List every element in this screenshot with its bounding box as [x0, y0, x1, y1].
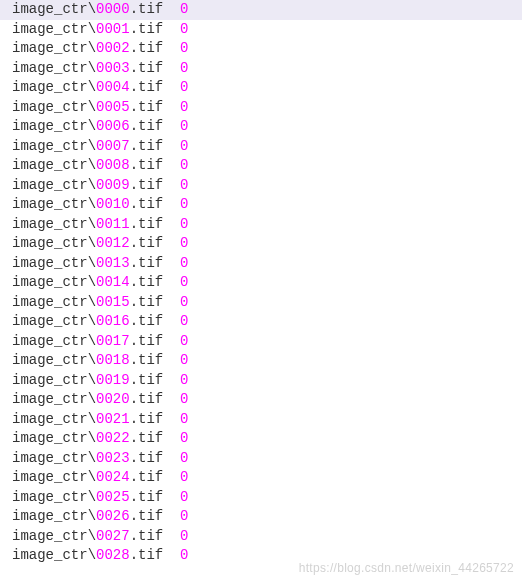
text-line[interactable]: image_ctr\0011.tif 0 [0, 215, 522, 235]
text-line[interactable]: image_ctr\0015.tif 0 [0, 293, 522, 313]
file-number: 0004 [96, 79, 130, 95]
file-number: 0023 [96, 450, 130, 466]
file-extension: .tif [130, 528, 164, 544]
class-label: 0 [180, 196, 188, 212]
text-line[interactable]: image_ctr\0009.tif 0 [0, 176, 522, 196]
text-line[interactable]: image_ctr\0016.tif 0 [0, 312, 522, 332]
file-extension: .tif [130, 313, 164, 329]
path-separator: \ [88, 313, 96, 329]
text-line[interactable]: image_ctr\0003.tif 0 [0, 59, 522, 79]
line-prefix: image_ctr [12, 469, 88, 485]
text-line[interactable]: image_ctr\0017.tif 0 [0, 332, 522, 352]
spacer [163, 411, 180, 427]
class-label: 0 [180, 391, 188, 407]
file-number: 0018 [96, 352, 130, 368]
path-separator: \ [88, 235, 96, 251]
line-prefix: image_ctr [12, 547, 88, 563]
line-prefix: image_ctr [12, 118, 88, 134]
file-extension: .tif [130, 489, 164, 505]
file-number: 0001 [96, 21, 130, 37]
class-label: 0 [180, 1, 188, 17]
file-extension: .tif [130, 274, 164, 290]
class-label: 0 [180, 333, 188, 349]
class-label: 0 [180, 177, 188, 193]
text-line[interactable]: image_ctr\0002.tif 0 [0, 39, 522, 59]
text-line[interactable]: image_ctr\0019.tif 0 [0, 371, 522, 391]
file-extension: .tif [130, 40, 164, 56]
file-extension: .tif [130, 118, 164, 134]
text-line[interactable]: image_ctr\0007.tif 0 [0, 137, 522, 157]
text-line[interactable]: image_ctr\0004.tif 0 [0, 78, 522, 98]
path-separator: \ [88, 60, 96, 76]
file-number: 0017 [96, 333, 130, 349]
path-separator: \ [88, 333, 96, 349]
file-extension: .tif [130, 391, 164, 407]
file-number: 0000 [96, 1, 130, 17]
path-separator: \ [88, 391, 96, 407]
file-number: 0008 [96, 157, 130, 173]
text-line[interactable]: image_ctr\0022.tif 0 [0, 429, 522, 449]
spacer [163, 118, 180, 134]
path-separator: \ [88, 450, 96, 466]
file-number: 0015 [96, 294, 130, 310]
text-line[interactable]: image_ctr\0018.tif 0 [0, 351, 522, 371]
file-extension: .tif [130, 216, 164, 232]
spacer [163, 40, 180, 56]
class-label: 0 [180, 352, 188, 368]
text-line[interactable]: image_ctr\0027.tif 0 [0, 527, 522, 547]
text-line[interactable]: image_ctr\0010.tif 0 [0, 195, 522, 215]
text-line[interactable]: image_ctr\0023.tif 0 [0, 449, 522, 469]
file-extension: .tif [130, 255, 164, 271]
spacer [163, 274, 180, 290]
file-number: 0014 [96, 274, 130, 290]
text-line[interactable]: image_ctr\0020.tif 0 [0, 390, 522, 410]
path-separator: \ [88, 177, 96, 193]
file-number: 0007 [96, 138, 130, 154]
line-prefix: image_ctr [12, 352, 88, 368]
path-separator: \ [88, 489, 96, 505]
text-line[interactable]: image_ctr\0006.tif 0 [0, 117, 522, 137]
text-line[interactable]: image_ctr\0024.tif 0 [0, 468, 522, 488]
line-prefix: image_ctr [12, 372, 88, 388]
file-number: 0021 [96, 411, 130, 427]
text-line[interactable]: image_ctr\0013.tif 0 [0, 254, 522, 274]
file-number: 0026 [96, 508, 130, 524]
line-prefix: image_ctr [12, 294, 88, 310]
text-line[interactable]: image_ctr\0014.tif 0 [0, 273, 522, 293]
text-line[interactable]: image_ctr\0005.tif 0 [0, 98, 522, 118]
file-extension: .tif [130, 177, 164, 193]
text-line[interactable]: image_ctr\0001.tif 0 [0, 20, 522, 40]
line-prefix: image_ctr [12, 235, 88, 251]
spacer [163, 430, 180, 446]
file-number: 0010 [96, 196, 130, 212]
line-prefix: image_ctr [12, 99, 88, 115]
text-line[interactable]: image_ctr\0025.tif 0 [0, 488, 522, 508]
line-prefix: image_ctr [12, 60, 88, 76]
path-separator: \ [88, 1, 96, 17]
file-number: 0019 [96, 372, 130, 388]
spacer [163, 313, 180, 329]
text-line[interactable]: image_ctr\0021.tif 0 [0, 410, 522, 430]
line-prefix: image_ctr [12, 79, 88, 95]
path-separator: \ [88, 157, 96, 173]
path-separator: \ [88, 430, 96, 446]
line-prefix: image_ctr [12, 391, 88, 407]
spacer [163, 196, 180, 212]
text-line[interactable]: image_ctr\0026.tif 0 [0, 507, 522, 527]
spacer [163, 450, 180, 466]
spacer [163, 21, 180, 37]
line-prefix: image_ctr [12, 528, 88, 544]
file-extension: .tif [130, 333, 164, 349]
spacer [163, 528, 180, 544]
line-prefix: image_ctr [12, 157, 88, 173]
text-line[interactable]: image_ctr\0012.tif 0 [0, 234, 522, 254]
class-label: 0 [180, 99, 188, 115]
class-label: 0 [180, 118, 188, 134]
text-line[interactable]: image_ctr\0028.tif 0 [0, 546, 522, 566]
file-number: 0024 [96, 469, 130, 485]
file-extension: .tif [130, 60, 164, 76]
class-label: 0 [180, 450, 188, 466]
line-prefix: image_ctr [12, 274, 88, 290]
text-line[interactable]: image_ctr\0000.tif 0 [0, 0, 522, 20]
text-line[interactable]: image_ctr\0008.tif 0 [0, 156, 522, 176]
